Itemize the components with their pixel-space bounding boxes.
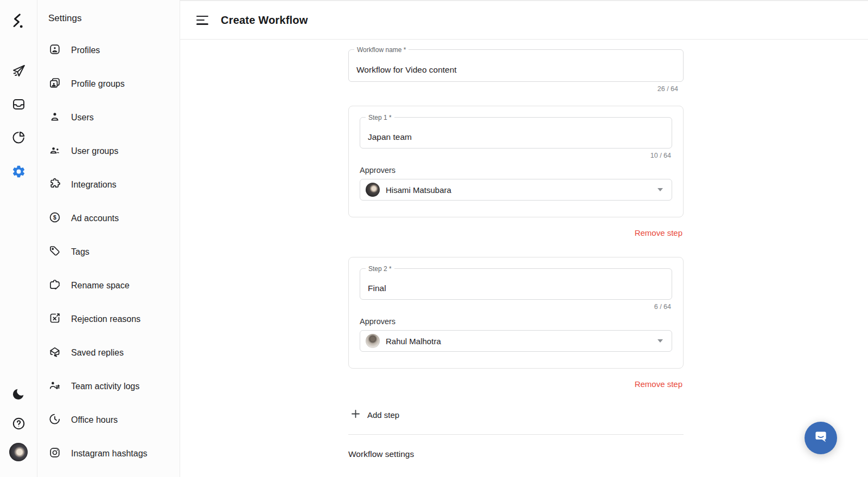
approver-name: Hisami Matsubara bbox=[386, 185, 451, 195]
question-circle-icon[interactable] bbox=[8, 412, 29, 434]
reject-box-icon bbox=[48, 312, 61, 327]
sidebar-item-label: Tags bbox=[71, 247, 90, 257]
step-2-approver-select[interactable]: Rahul Malhotra bbox=[360, 330, 672, 352]
main-panel: Create Workflow Workflow name * 26 / 64 … bbox=[180, 0, 868, 477]
intercom-chat-launcher[interactable] bbox=[805, 422, 837, 454]
approver-avatar bbox=[366, 334, 380, 348]
approvers-label: Approvers bbox=[360, 166, 672, 175]
page-title: Create Workflow bbox=[221, 14, 308, 27]
step-2-counter: 6 / 64 bbox=[360, 303, 672, 311]
user-group-icon bbox=[48, 144, 61, 159]
sidebar-item-label: Profiles bbox=[71, 46, 100, 55]
statusbrew-logo-icon[interactable] bbox=[8, 11, 29, 33]
pie-chart-icon[interactable] bbox=[8, 126, 29, 148]
sidebar-item-label: Team activity logs bbox=[71, 382, 139, 391]
tag-icon bbox=[48, 244, 61, 260]
sidebar-item-label: Rename space bbox=[71, 281, 130, 291]
clock-icon bbox=[48, 412, 61, 428]
sidebar-item-tags[interactable]: Tags bbox=[37, 235, 180, 269]
sidebar-item-ad-accounts[interactable]: $ Ad accounts bbox=[37, 202, 180, 235]
sidebar-item-label: Integrations bbox=[71, 180, 117, 190]
approver-name: Rahul Malhotra bbox=[386, 337, 441, 346]
workflow-name-field[interactable]: Workflow name * bbox=[348, 49, 684, 82]
sidebar-item-office-hours[interactable]: Office hours bbox=[37, 403, 180, 437]
person-activity-icon bbox=[48, 379, 61, 394]
sidebar-item-users[interactable]: Users bbox=[37, 101, 180, 134]
sidebar-item-label: Office hours bbox=[71, 415, 118, 425]
profile-badge-icon bbox=[48, 43, 61, 58]
approvers-label: Approvers bbox=[360, 317, 672, 326]
moon-icon[interactable] bbox=[8, 383, 29, 405]
profile-group-icon bbox=[48, 76, 61, 92]
step-2-field[interactable]: Step 2 * bbox=[360, 268, 672, 300]
step-card-1: Step 1 * 10 / 64 Approvers Hisami Matsub… bbox=[348, 106, 684, 217]
icon-rail bbox=[0, 0, 37, 477]
step-2-input[interactable] bbox=[360, 269, 672, 299]
chevron-down-icon bbox=[658, 339, 663, 343]
sidebar-item-saved-replies[interactable]: Saved replies bbox=[37, 336, 180, 370]
step-1-counter: 10 / 64 bbox=[360, 152, 672, 159]
sidebar-item-label: Instagram hashtags bbox=[71, 449, 148, 459]
page-header: Create Workflow bbox=[180, 1, 868, 40]
sidebar-item-label: Profile groups bbox=[71, 79, 125, 89]
user-icon bbox=[48, 110, 61, 125]
remove-step-2-button[interactable]: Remove step bbox=[634, 377, 684, 391]
user-avatar-photo[interactable] bbox=[8, 441, 29, 463]
dollar-circle-icon: $ bbox=[48, 211, 61, 226]
hamburger-menu-icon[interactable] bbox=[196, 16, 208, 25]
puzzle-icon bbox=[48, 177, 61, 192]
step-1-approver-select[interactable]: Hisami Matsubara bbox=[360, 179, 672, 201]
paper-plane-icon[interactable] bbox=[8, 60, 29, 81]
sidebar-item-label: User groups bbox=[71, 146, 118, 156]
sidebar-items: Profiles Profile groups bbox=[37, 34, 180, 470]
step-1-field[interactable]: Step 1 * bbox=[360, 117, 672, 149]
sidebar-item-rename-space[interactable]: Rename space bbox=[37, 269, 180, 302]
approver-avatar bbox=[366, 183, 380, 197]
sidebar-item-instagram-hashtags[interactable]: Instagram hashtags bbox=[37, 437, 180, 470]
gear-icon[interactable] bbox=[8, 160, 29, 182]
chevron-down-icon bbox=[658, 188, 663, 191]
remove-step-1-button[interactable]: Remove step bbox=[634, 226, 684, 240]
workflow-name-counter: 26 / 64 bbox=[348, 85, 684, 93]
step-card-2: Step 2 * 6 / 64 Approvers Rahul Malhotra bbox=[348, 257, 684, 369]
chat-bubble-icon bbox=[813, 429, 828, 447]
workflow-settings-heading: Workflow settings bbox=[348, 449, 684, 459]
sidebar-item-team-activity-logs[interactable]: Team activity logs bbox=[37, 370, 180, 403]
sidebar-item-user-groups[interactable]: User groups bbox=[37, 134, 180, 168]
create-workflow-form: Workflow name * 26 / 64 Step 1 * 10 / 64… bbox=[180, 40, 868, 477]
sidebar-item-profiles[interactable]: Profiles bbox=[37, 34, 180, 67]
add-step-button[interactable]: Add step bbox=[348, 405, 403, 424]
sidebar-item-label: Users bbox=[71, 113, 94, 123]
sidebar-item-profile-groups[interactable]: Profile groups bbox=[37, 67, 180, 101]
inbox-tray-icon[interactable] bbox=[8, 93, 29, 115]
section-divider bbox=[348, 434, 684, 435]
sidebar-item-rejection-reasons[interactable]: Rejection reasons bbox=[37, 302, 180, 336]
edit-box-icon bbox=[48, 278, 61, 293]
plus-icon bbox=[352, 410, 360, 420]
sidebar-item-label: Rejection reasons bbox=[71, 314, 141, 324]
workflow-name-input[interactable] bbox=[349, 50, 683, 81]
step-1-input[interactable] bbox=[360, 118, 672, 148]
app-window: Settings Profiles bbox=[0, 0, 868, 477]
instagram-icon bbox=[48, 446, 61, 461]
add-step-label: Add step bbox=[367, 410, 399, 420]
sidebar-item-label: Saved replies bbox=[71, 348, 124, 358]
settings-sidebar: Settings Profiles bbox=[37, 0, 180, 477]
sidebar-item-integrations[interactable]: Integrations bbox=[37, 168, 180, 202]
envelope-reply-icon bbox=[48, 345, 61, 360]
sidebar-title: Settings bbox=[48, 13, 81, 24]
sidebar-item-label: Ad accounts bbox=[71, 214, 119, 223]
svg-text:$: $ bbox=[53, 214, 56, 221]
